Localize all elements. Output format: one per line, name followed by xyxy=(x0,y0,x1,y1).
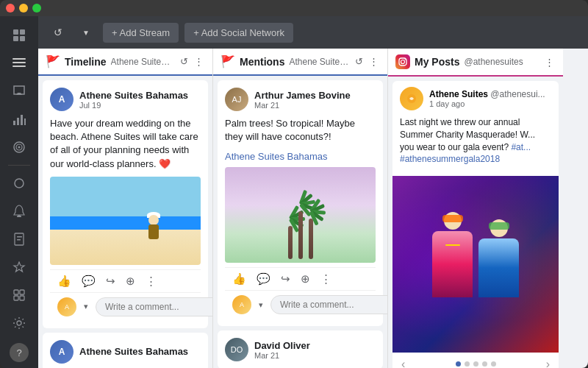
share-button[interactable]: ↪ xyxy=(106,275,115,288)
add-social-network-button[interactable]: + Add Social Network xyxy=(184,23,293,43)
column-timeline: 🚩 Timeline Athene Suites Bah... ↺ ⋮ A At… xyxy=(38,49,213,368)
sidebar-icon-help[interactable]: ? xyxy=(10,343,29,362)
more-actions-button[interactable]: ⋮ xyxy=(146,275,157,288)
mask-1 xyxy=(442,215,463,222)
sidebar-icon-campaigns[interactable] xyxy=(6,134,32,160)
post-date-arthur: Mar 21 xyxy=(254,101,376,110)
myposts-title: My Posts xyxy=(415,56,459,68)
add-button-mentions[interactable]: ⊕ xyxy=(301,272,310,286)
svg-point-13 xyxy=(18,146,21,149)
dot-5 xyxy=(491,361,496,367)
svg-rect-17 xyxy=(17,239,21,241)
col-refresh-button[interactable]: ↺ xyxy=(179,54,190,68)
post-image-palm xyxy=(225,167,376,263)
sidebar-icon-plugins[interactable] xyxy=(6,282,32,308)
col-actions-mentions: ↺ ⋮ xyxy=(354,54,380,68)
svg-point-14 xyxy=(15,179,24,188)
post-card-timeline: A Athene Suites Bahamas Jul 19 Have your… xyxy=(43,80,208,328)
minimize-button[interactable] xyxy=(19,4,28,13)
column-myposts: My Posts @athenesuites ⋮ xyxy=(388,49,563,368)
post-actions: 👍 💬 ↪ ⊕ ⋮ xyxy=(50,269,201,292)
refresh-button[interactable]: ↺ xyxy=(47,21,69,43)
columns-area: 🚩 Timeline Athene Suites Bah... ↺ ⋮ A At… xyxy=(38,49,588,368)
comment-input[interactable] xyxy=(96,297,212,316)
ig-post-author: Athene Suites @athenesui... xyxy=(429,89,551,99)
add-button[interactable]: ⊕ xyxy=(126,275,135,288)
comment-input-mentions[interactable] xyxy=(270,295,387,314)
like-button[interactable]: 👍 xyxy=(57,275,71,288)
next-arrow[interactable]: › xyxy=(543,358,553,368)
dropdown-button[interactable]: ▼ xyxy=(75,21,97,43)
hashtag-1: #at... xyxy=(511,142,531,152)
myposts-more-button[interactable]: ⋮ xyxy=(543,55,556,69)
sidebar-icon-compose[interactable] xyxy=(6,78,32,105)
svg-rect-21 xyxy=(20,296,24,300)
post-author: Athene Suites Bahamas xyxy=(79,90,201,101)
post-author-mini: Athene Suites Bahamas xyxy=(79,346,188,357)
trunk-tall xyxy=(298,211,303,259)
pagination-dots xyxy=(451,357,501,368)
sidebar-icon-star[interactable] xyxy=(6,254,32,280)
col-header-mentions: 🚩 Mentions Athene Suites Ba... ↺ ⋮ xyxy=(213,49,387,76)
hashtag-2: #athenesummergala2018 xyxy=(400,154,500,164)
add-stream-button[interactable]: + Add Stream xyxy=(103,23,179,43)
close-button[interactable] xyxy=(6,4,15,13)
svg-rect-20 xyxy=(14,296,18,300)
ig-post-meta: Athene Suites @athenesui... 1 day ago xyxy=(429,89,551,108)
post-text-arthur: Palm trees! So tropical! Maybe they will… xyxy=(225,117,376,144)
avatar-mini: A xyxy=(50,340,74,364)
svg-point-25 xyxy=(405,59,406,60)
mentions-subtitle: Athene Suites Ba... xyxy=(289,57,349,67)
mask-2 xyxy=(489,222,509,230)
sidebar-icon-tasks[interactable] xyxy=(6,226,32,252)
trunk-3 xyxy=(309,219,313,259)
col-actions-myposts: ⋮ xyxy=(543,55,556,69)
sidebar-icon-streams[interactable] xyxy=(6,50,32,77)
like-button-mentions[interactable]: 👍 xyxy=(232,272,246,286)
post-meta: Athene Suites Bahamas Jul 19 xyxy=(79,90,201,110)
mentions-refresh-button[interactable]: ↺ xyxy=(354,54,365,68)
ig-post-card: Athene Suites @athenesui... 1 day ago La… xyxy=(392,81,559,368)
svg-rect-10 xyxy=(24,118,26,125)
svg-rect-1 xyxy=(20,29,25,35)
post-date: Jul 19 xyxy=(79,101,201,110)
prev-arrow[interactable]: ‹ xyxy=(398,358,408,368)
svg-rect-2 xyxy=(13,36,18,41)
post-text: Have your dream wedding on the beach. At… xyxy=(50,117,201,171)
avatar-athene-ig xyxy=(400,87,423,110)
post-link[interactable]: Athene Suites Bahamas xyxy=(225,151,327,162)
col-more-button[interactable]: ⋮ xyxy=(193,54,205,68)
post-author-arthur: Arthur James Bovine xyxy=(254,90,376,101)
mentions-flag-icon: 🚩 xyxy=(220,54,235,68)
sidebar-icon-dashboard[interactable] xyxy=(6,22,32,49)
mentions-more-button[interactable]: ⋮ xyxy=(368,54,380,68)
trunk xyxy=(288,226,293,259)
timeline-scroll: A Athene Suites Bahamas Jul 19 Have your… xyxy=(38,76,212,368)
avatar-athene: A xyxy=(50,88,74,111)
sidebar-icon-rocket[interactable] xyxy=(6,198,32,224)
column-mentions: 🚩 Mentions Athene Suites Ba... ↺ ⋮ AJ Ar… xyxy=(213,49,388,368)
gala-scene xyxy=(392,176,559,353)
gala-figure-right xyxy=(478,238,519,297)
comment-button[interactable]: 💬 xyxy=(82,275,96,288)
sidebar-icon-settings[interactable] xyxy=(6,310,32,336)
post-image-gala xyxy=(392,176,559,353)
more-actions-mentions[interactable]: ⋮ xyxy=(320,272,331,286)
comment-dropdown-mentions[interactable]: ▾ xyxy=(257,300,265,310)
sidebar-icon-circle[interactable] xyxy=(6,170,32,197)
post-image-beach xyxy=(50,177,201,265)
comment-area: A ▾ 📷 xyxy=(50,292,201,321)
svg-rect-9 xyxy=(21,115,23,125)
comment-area-mentions: A ▾ 📷 xyxy=(225,290,376,319)
comment-button-mentions[interactable]: 💬 xyxy=(257,272,270,286)
maximize-button[interactable] xyxy=(32,4,41,13)
share-button-mentions[interactable]: ↪ xyxy=(281,272,290,286)
comment-dropdown[interactable]: ▾ xyxy=(82,302,90,311)
col-header-myposts: My Posts @athenesuites ⋮ xyxy=(388,49,563,77)
title-bar xyxy=(0,0,588,16)
post-actions-mentions: 👍 💬 ↪ ⊕ ⋮ xyxy=(225,267,376,290)
toolbar: ↺ ▼ + Add Stream + Add Social Network xyxy=(38,16,588,49)
palm-tree-3 xyxy=(309,219,313,259)
sidebar-icon-analytics[interactable] xyxy=(6,106,32,132)
post-card-mini-timeline: A Athene Suites Bahamas xyxy=(43,333,208,368)
